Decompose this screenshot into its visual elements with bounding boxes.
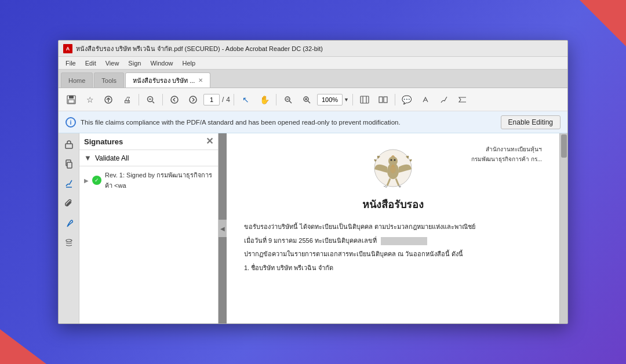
signatures-panel: Signatures ✕ ▼ Validate All ▶ ✓ Rev. 1: … <box>79 133 219 323</box>
body-line-2-prefix: เมื่อวันที่ 9 มกราคม 2556 ทะเบียนนิติบุค… <box>244 237 377 244</box>
tab-tools-label: Tools <box>101 77 117 84</box>
sig-expand-icon: ▶ <box>84 177 89 184</box>
cursor-tool[interactable]: ↖ <box>238 92 254 108</box>
comment-button[interactable]: 💬 <box>399 92 415 108</box>
body-line-4: 1. ชื่อบริษัท บริษัท พรีเวฉิน จำกัด <box>244 263 542 274</box>
main-area: Signatures ✕ ▼ Validate All ▶ ✓ Rev. 1: … <box>59 133 567 323</box>
highlight-button[interactable] <box>417 92 434 108</box>
info-message: This file claims compliance with the PDF… <box>81 119 496 126</box>
info-icon: i <box>65 117 76 128</box>
zoom-out-button[interactable] <box>143 92 159 108</box>
svg-point-33 <box>394 159 396 161</box>
sidebar-marker-icon[interactable] <box>63 217 75 230</box>
sidebar-pages-icon[interactable] <box>63 158 75 170</box>
toolbar-separator-2 <box>162 94 163 105</box>
zoom-dropdown-icon[interactable]: ▼ <box>344 97 349 103</box>
right-header-col: สำนักงานทะเบียนหุ้นฯ กรมพัฒนาธุรกิจการค้… <box>471 145 542 165</box>
svg-rect-20 <box>379 97 383 103</box>
save-button[interactable] <box>63 92 79 108</box>
svg-point-27 <box>66 239 72 242</box>
tab-home[interactable]: Home <box>61 72 93 88</box>
menu-bar: File Edit View Sign Window Help <box>59 57 567 70</box>
right-line-1: สำนักงานทะเบียนหุ้นฯ <box>471 145 542 154</box>
corner-decoration-tr <box>580 0 626 46</box>
enable-editing-button[interactable]: Enable Editing <box>501 115 561 129</box>
print-button[interactable]: 🖨 <box>119 92 135 108</box>
svg-rect-2 <box>68 100 74 103</box>
validate-dropdown-icon: ▼ <box>84 154 92 162</box>
info-bar: i This file claims compliance with the P… <box>59 111 567 133</box>
tab-tools[interactable]: Tools <box>94 72 124 88</box>
svg-point-34 <box>390 165 396 173</box>
svg-point-9 <box>190 96 196 103</box>
tab-bar: Home Tools หนังสือรับรอง บริษัท ... ✕ <box>59 70 567 88</box>
tab-doc-label: หนังสือรับรอง บริษัท ... <box>133 75 195 86</box>
next-page-button[interactable] <box>185 92 201 108</box>
validate-all-row[interactable]: ▼ Validate All <box>79 150 218 166</box>
application-window: A หนังสือรับรอง บริษัท พรีเวฉิน จำกัด.pd… <box>58 40 568 324</box>
svg-point-8 <box>171 96 178 103</box>
svg-line-11 <box>289 101 292 103</box>
title-bar: A หนังสือรับรอง บริษัท พรีเวฉิน จำกัด.pd… <box>59 41 567 57</box>
tab-home-label: Home <box>68 77 85 84</box>
share-button[interactable] <box>454 92 471 108</box>
svg-rect-25 <box>67 162 72 168</box>
toolbar: ☆ 🖨 / 4 ↖ ✋ ▼ <box>59 88 567 111</box>
menu-window[interactable]: Window <box>145 59 177 68</box>
page-navigator: / 4 <box>203 94 230 105</box>
svg-rect-17 <box>361 96 369 103</box>
pdf-scrollbar[interactable] <box>559 133 567 323</box>
menu-file[interactable]: File <box>61 59 81 68</box>
menu-view[interactable]: View <box>101 59 124 68</box>
toolbar-separator-6 <box>395 94 395 105</box>
toolbar-separator-1 <box>139 94 139 105</box>
sig-verified-icon: ✓ <box>92 176 101 185</box>
fit-page-button[interactable] <box>356 92 373 108</box>
hand-tool[interactable]: ✋ <box>256 92 272 108</box>
upload-button[interactable] <box>100 92 117 108</box>
svg-line-14 <box>308 101 310 103</box>
tab-close-icon[interactable]: ✕ <box>198 77 203 83</box>
toolbar-separator-5 <box>352 94 353 105</box>
zoom-level-input[interactable] <box>317 94 343 105</box>
doc-title: หนังสือรับรอง <box>244 196 542 213</box>
zoom-control: ▼ <box>317 94 349 105</box>
sidebar-lock-icon[interactable] <box>63 138 75 151</box>
pdf-page: สำนักงานทะเบียนหุ้นฯ กรมพัฒนาธุรกิจการค้… <box>227 133 559 323</box>
sidebar-layers-icon[interactable] <box>63 236 75 249</box>
zoom-plus-button[interactable] <box>299 92 315 108</box>
page-number-input[interactable] <box>203 94 220 105</box>
compare-button[interactable] <box>375 92 391 108</box>
acrobat-icon: A <box>63 44 72 53</box>
left-sidebar <box>59 133 79 323</box>
body-line-1: ขอรับรองว่าบริษัทนี้ ได้จดทะเบียนเป็นนิต… <box>244 222 542 232</box>
zoom-minus-button[interactable] <box>280 92 296 108</box>
page-separator: / <box>222 96 224 104</box>
sidebar-signatures-icon[interactable] <box>63 177 75 190</box>
svg-point-32 <box>391 159 392 161</box>
menu-edit[interactable]: Edit <box>81 59 101 68</box>
doc-body: ขอรับรองว่าบริษัทนี้ ได้จดทะเบียนเป็นนิต… <box>244 222 542 273</box>
pdf-scroll-thumb[interactable] <box>561 134 567 158</box>
toolbar-separator-3 <box>234 94 234 105</box>
corner-decoration-bl <box>0 329 46 364</box>
prev-page-button[interactable] <box>166 92 183 108</box>
page-total: 4 <box>226 96 230 104</box>
signature-item[interactable]: ▶ ✓ Rev. 1: Signed by กรมพัฒนาธุรกิจการค… <box>79 166 218 194</box>
pdf-left-arrow[interactable]: ◀ <box>219 220 227 237</box>
sign-button[interactable] <box>436 92 452 108</box>
window-title: หนังสือรับรอง บริษัท พรีเวฉิน จำกัด.pdf … <box>76 43 563 54</box>
svg-rect-21 <box>384 97 387 103</box>
panel-title: Signatures <box>84 137 123 146</box>
right-line-2: กรมพัฒนาธุรกิจการค้า กร... <box>471 155 542 163</box>
tab-doc[interactable]: หนังสือรับรอง บริษัท ... ✕ <box>125 72 210 88</box>
menu-help[interactable]: Help <box>178 59 201 68</box>
panel-header: Signatures ✕ <box>79 133 218 150</box>
bookmark-button[interactable]: ☆ <box>82 92 98 108</box>
svg-line-6 <box>152 101 154 103</box>
menu-sign[interactable]: Sign <box>123 59 145 68</box>
panel-close-button[interactable]: ✕ <box>206 137 213 146</box>
body-line-2: เมื่อวันที่ 9 มกราคม 2556 ทะเบียนนิติบุค… <box>244 236 542 246</box>
sidebar-paperclip-icon[interactable] <box>63 197 75 210</box>
pdf-content: สำนักงานทะเบียนหุ้นฯ กรมพัฒนาธุรกิจการค้… <box>227 133 559 323</box>
